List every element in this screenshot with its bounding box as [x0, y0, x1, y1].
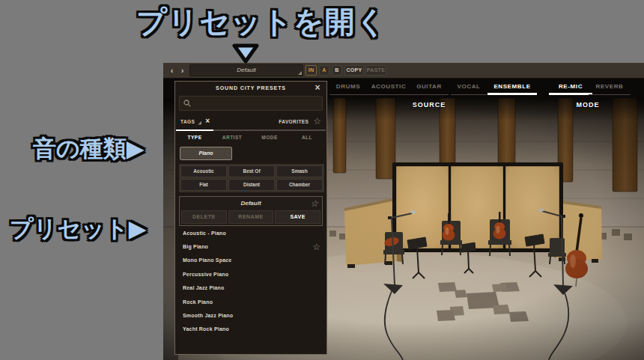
favorites-label: FAVORITES [279, 119, 309, 124]
filter-tab-artist[interactable]: ARTIST [213, 129, 251, 145]
filter-tab-mode[interactable]: MODE [251, 129, 288, 145]
filter-tab-all[interactable]: ALL [288, 129, 326, 145]
tab-ensemble[interactable]: ENSEMBLE [487, 82, 537, 95]
tab-acoustic[interactable]: ACOUSTIC [365, 82, 412, 95]
presets-panel: SOUND CITY PRESETS × TAGS × FAVORITES ☆ … [174, 81, 327, 355]
copy-button[interactable]: COPY [344, 65, 364, 76]
preset-search [179, 96, 323, 111]
tag-button-grid: Acoustic Best Of Smash Flat Distant Cham… [179, 164, 324, 192]
favorites-star-icon[interactable]: ☆ [313, 117, 321, 126]
current-preset-star-icon[interactable]: ☆ [310, 199, 318, 208]
preset-row-smooth-jazz-piano[interactable]: Smooth Jazz Piano [175, 308, 326, 322]
filter-tabs: TYPE ARTIST MODE ALL [176, 129, 326, 145]
tag-flat[interactable]: Flat [180, 179, 227, 191]
close-icon[interactable]: × [312, 82, 323, 94]
preset-topbar: ‹ › Default IN A B COPY PASTE [163, 63, 644, 79]
ab-compare-a-button[interactable]: A [319, 65, 329, 76]
tab-vocal[interactable]: VOCAL [451, 82, 487, 95]
preset-row-yacht-rock-piano[interactable]: Yacht Rock Piano [175, 323, 326, 336]
search-icon [183, 100, 191, 107]
source-group-label: SOURCE [407, 101, 452, 109]
tags-favorites-row: TAGS × FAVORITES ☆ [175, 115, 326, 127]
tab-guitar[interactable]: GUITAR [410, 82, 449, 95]
annotation-open-preset: プリセットを開く [136, 1, 387, 43]
ab-compare-b-button[interactable]: B [332, 65, 342, 76]
filter-tab-type[interactable]: TYPE [176, 129, 213, 145]
annotation-preset: プリセット▶ [10, 213, 146, 245]
current-preset-box: Default ☆ DELETE RENAME SAVE [179, 196, 323, 226]
rename-button[interactable]: RENAME [228, 210, 274, 224]
paste-button[interactable]: PASTE [365, 65, 386, 76]
resize-corner-icon [298, 71, 302, 75]
delete-button[interactable]: DELETE [181, 210, 227, 224]
prev-preset-button[interactable]: ‹ [167, 65, 177, 76]
tag-chamber[interactable]: Chamber [276, 179, 323, 191]
current-preset-name: Default [240, 200, 261, 207]
preset-star-icon[interactable]: ☆ [312, 242, 321, 251]
plugin-window: ‹ › Default IN A B COPY PASTE DRUMS ACOU… [163, 63, 644, 360]
sort-triangle-icon [198, 121, 201, 125]
tags-label: TAGS [180, 119, 195, 124]
tag-acoustic[interactable]: Acoustic [180, 165, 227, 177]
input-gain-button[interactable]: IN [306, 65, 317, 76]
tab-reverb[interactable]: REVERB [589, 82, 631, 95]
clear-tags-icon[interactable]: × [205, 118, 210, 125]
preset-search-input[interactable] [194, 100, 318, 107]
preset-row-percussive-piano[interactable]: Percussive Piano [175, 267, 326, 281]
preset-list: Acoustic - Piano Big Piano ☆ Mono Piano … [175, 226, 326, 336]
mode-group-label: MODE [565, 101, 610, 109]
next-preset-button[interactable]: › [177, 65, 187, 76]
annotation-arrow-down-icon [229, 42, 262, 64]
preset-row-acoustic-piano[interactable]: Acoustic - Piano [175, 226, 326, 240]
preset-row-mono-piano-space[interactable]: Mono Piano Space [175, 254, 326, 267]
save-button[interactable]: SAVE [275, 210, 321, 224]
tag-distant[interactable]: Distant [228, 179, 275, 191]
preset-row-real-jazz-piano[interactable]: Real Jazz Piano [175, 281, 326, 295]
panel-title: SOUND CITY PRESETS [175, 82, 326, 94]
tab-re-mic[interactable]: RE-MIC [549, 82, 592, 95]
tab-drums[interactable]: DRUMS [329, 82, 367, 95]
preset-row-rock-piano[interactable]: Rock Piano [175, 295, 326, 308]
tag-smash[interactable]: Smash [276, 165, 323, 177]
selected-type-piano[interactable]: Piano [180, 147, 232, 160]
preset-name-label: Default [237, 67, 255, 73]
current-preset-name-row: Default ☆ [180, 197, 322, 210]
preset-row-big-piano[interactable]: Big Piano ☆ [175, 240, 326, 253]
annotation-sound-type: 音の種類▶ [33, 133, 145, 165]
tag-best-of[interactable]: Best Of [228, 165, 275, 177]
preset-name-field[interactable]: Default [189, 64, 303, 76]
